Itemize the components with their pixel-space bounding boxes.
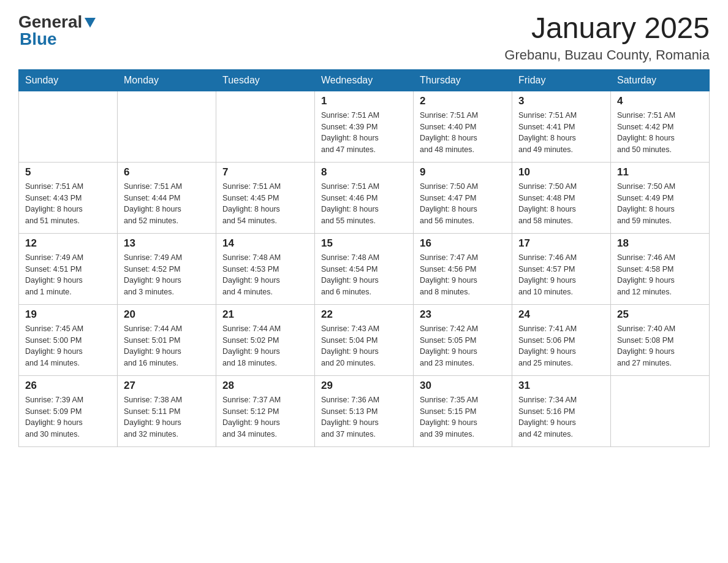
weekday-header-wednesday: Wednesday bbox=[315, 69, 414, 91]
day-info: Sunrise: 7:51 AM Sunset: 4:44 PM Dayligh… bbox=[124, 181, 210, 227]
day-info: Sunrise: 7:49 AM Sunset: 4:51 PM Dayligh… bbox=[25, 252, 111, 298]
calendar-cell: 19Sunrise: 7:45 AM Sunset: 5:00 PM Dayli… bbox=[19, 304, 118, 375]
calendar-cell: 17Sunrise: 7:46 AM Sunset: 4:57 PM Dayli… bbox=[512, 233, 611, 304]
day-number: 29 bbox=[321, 380, 407, 392]
day-number: 31 bbox=[518, 380, 604, 392]
day-number: 2 bbox=[420, 95, 506, 107]
day-number: 25 bbox=[617, 308, 703, 321]
weekday-header-sunday: Sunday bbox=[19, 69, 118, 91]
day-number: 23 bbox=[420, 308, 506, 321]
calendar-cell: 23Sunrise: 7:42 AM Sunset: 5:05 PM Dayli… bbox=[414, 304, 512, 375]
weekday-header-thursday: Thursday bbox=[414, 69, 512, 91]
day-info: Sunrise: 7:50 AM Sunset: 4:48 PM Dayligh… bbox=[518, 181, 604, 227]
month-title: January 2025 bbox=[504, 12, 710, 45]
weekday-header-saturday: Saturday bbox=[611, 69, 710, 91]
calendar-cell bbox=[216, 91, 315, 162]
day-info: Sunrise: 7:51 AM Sunset: 4:39 PM Dayligh… bbox=[321, 110, 407, 156]
day-number: 17 bbox=[518, 237, 604, 250]
day-number: 1 bbox=[321, 95, 407, 107]
calendar-cell: 11Sunrise: 7:50 AM Sunset: 4:49 PM Dayli… bbox=[611, 162, 710, 233]
calendar-cell: 2Sunrise: 7:51 AM Sunset: 4:40 PM Daylig… bbox=[414, 91, 512, 162]
day-info: Sunrise: 7:48 AM Sunset: 4:53 PM Dayligh… bbox=[222, 252, 308, 298]
logo-triangle-icon bbox=[83, 15, 97, 29]
calendar-cell bbox=[19, 91, 118, 162]
calendar-cell: 24Sunrise: 7:41 AM Sunset: 5:06 PM Dayli… bbox=[512, 304, 611, 375]
day-info: Sunrise: 7:51 AM Sunset: 4:46 PM Dayligh… bbox=[321, 181, 407, 227]
day-number: 15 bbox=[321, 237, 407, 250]
weekday-header-friday: Friday bbox=[512, 69, 611, 91]
day-info: Sunrise: 7:51 AM Sunset: 4:40 PM Dayligh… bbox=[420, 110, 506, 156]
calendar-cell: 31Sunrise: 7:34 AM Sunset: 5:16 PM Dayli… bbox=[512, 375, 611, 446]
day-number: 14 bbox=[222, 237, 308, 250]
calendar-cell: 9Sunrise: 7:50 AM Sunset: 4:47 PM Daylig… bbox=[414, 162, 512, 233]
day-info: Sunrise: 7:51 AM Sunset: 4:41 PM Dayligh… bbox=[518, 110, 604, 156]
location-title: Grebanu, Buzau County, Romania bbox=[504, 47, 710, 63]
calendar-cell: 25Sunrise: 7:40 AM Sunset: 5:08 PM Dayli… bbox=[611, 304, 710, 375]
calendar-cell: 30Sunrise: 7:35 AM Sunset: 5:15 PM Dayli… bbox=[414, 375, 512, 446]
calendar-cell bbox=[118, 91, 216, 162]
svg-marker-0 bbox=[85, 18, 96, 28]
calendar-cell: 4Sunrise: 7:51 AM Sunset: 4:42 PM Daylig… bbox=[611, 91, 710, 162]
calendar-cell: 21Sunrise: 7:44 AM Sunset: 5:02 PM Dayli… bbox=[216, 304, 315, 375]
calendar-cell: 8Sunrise: 7:51 AM Sunset: 4:46 PM Daylig… bbox=[315, 162, 414, 233]
calendar-week-row: 5Sunrise: 7:51 AM Sunset: 4:43 PM Daylig… bbox=[19, 162, 710, 233]
day-number: 3 bbox=[518, 95, 604, 107]
page-header: General Blue January 2025 Grebanu, Buzau… bbox=[18, 12, 710, 63]
logo-blue-text: Blue bbox=[20, 29, 57, 49]
calendar-cell: 27Sunrise: 7:38 AM Sunset: 5:11 PM Dayli… bbox=[118, 375, 216, 446]
calendar-week-row: 12Sunrise: 7:49 AM Sunset: 4:51 PM Dayli… bbox=[19, 233, 710, 304]
calendar-cell: 5Sunrise: 7:51 AM Sunset: 4:43 PM Daylig… bbox=[19, 162, 118, 233]
day-number: 21 bbox=[222, 308, 308, 321]
day-number: 8 bbox=[321, 166, 407, 178]
calendar-cell: 29Sunrise: 7:36 AM Sunset: 5:13 PM Dayli… bbox=[315, 375, 414, 446]
day-info: Sunrise: 7:40 AM Sunset: 5:08 PM Dayligh… bbox=[617, 323, 703, 369]
calendar-cell: 13Sunrise: 7:49 AM Sunset: 4:52 PM Dayli… bbox=[118, 233, 216, 304]
day-info: Sunrise: 7:51 AM Sunset: 4:42 PM Dayligh… bbox=[617, 110, 703, 156]
day-number: 5 bbox=[25, 166, 111, 178]
calendar-cell: 6Sunrise: 7:51 AM Sunset: 4:44 PM Daylig… bbox=[118, 162, 216, 233]
weekday-header-row: SundayMondayTuesdayWednesdayThursdayFrid… bbox=[19, 69, 710, 91]
calendar-cell: 20Sunrise: 7:44 AM Sunset: 5:01 PM Dayli… bbox=[118, 304, 216, 375]
day-number: 18 bbox=[617, 237, 703, 250]
day-info: Sunrise: 7:45 AM Sunset: 5:00 PM Dayligh… bbox=[25, 323, 111, 369]
day-number: 7 bbox=[222, 166, 308, 178]
calendar-cell: 3Sunrise: 7:51 AM Sunset: 4:41 PM Daylig… bbox=[512, 91, 611, 162]
day-info: Sunrise: 7:37 AM Sunset: 5:12 PM Dayligh… bbox=[222, 394, 308, 440]
day-number: 20 bbox=[124, 308, 210, 321]
day-info: Sunrise: 7:46 AM Sunset: 4:58 PM Dayligh… bbox=[617, 252, 703, 298]
weekday-header-monday: Monday bbox=[118, 69, 216, 91]
calendar-cell: 14Sunrise: 7:48 AM Sunset: 4:53 PM Dayli… bbox=[216, 233, 315, 304]
calendar-cell: 18Sunrise: 7:46 AM Sunset: 4:58 PM Dayli… bbox=[611, 233, 710, 304]
calendar-week-row: 1Sunrise: 7:51 AM Sunset: 4:39 PM Daylig… bbox=[19, 91, 710, 162]
day-info: Sunrise: 7:44 AM Sunset: 5:02 PM Dayligh… bbox=[222, 323, 308, 369]
day-info: Sunrise: 7:48 AM Sunset: 4:54 PM Dayligh… bbox=[321, 252, 407, 298]
day-number: 19 bbox=[25, 308, 111, 321]
day-number: 13 bbox=[124, 237, 210, 250]
day-number: 12 bbox=[25, 237, 111, 250]
day-info: Sunrise: 7:50 AM Sunset: 4:47 PM Dayligh… bbox=[420, 181, 506, 227]
calendar-table: SundayMondayTuesdayWednesdayThursdayFrid… bbox=[18, 69, 710, 447]
weekday-header-tuesday: Tuesday bbox=[216, 69, 315, 91]
day-info: Sunrise: 7:51 AM Sunset: 4:45 PM Dayligh… bbox=[222, 181, 308, 227]
day-number: 28 bbox=[222, 380, 308, 392]
calendar-cell bbox=[611, 375, 710, 446]
day-number: 11 bbox=[617, 166, 703, 178]
day-number: 30 bbox=[420, 380, 506, 392]
calendar-cell: 26Sunrise: 7:39 AM Sunset: 5:09 PM Dayli… bbox=[19, 375, 118, 446]
calendar-cell: 10Sunrise: 7:50 AM Sunset: 4:48 PM Dayli… bbox=[512, 162, 611, 233]
logo: General Blue bbox=[18, 12, 97, 49]
day-info: Sunrise: 7:43 AM Sunset: 5:04 PM Dayligh… bbox=[321, 323, 407, 369]
day-number: 6 bbox=[124, 166, 210, 178]
day-info: Sunrise: 7:34 AM Sunset: 5:16 PM Dayligh… bbox=[518, 394, 604, 440]
day-info: Sunrise: 7:50 AM Sunset: 4:49 PM Dayligh… bbox=[617, 181, 703, 227]
calendar-cell: 22Sunrise: 7:43 AM Sunset: 5:04 PM Dayli… bbox=[315, 304, 414, 375]
day-info: Sunrise: 7:49 AM Sunset: 4:52 PM Dayligh… bbox=[124, 252, 210, 298]
day-number: 26 bbox=[25, 380, 111, 392]
calendar-cell: 1Sunrise: 7:51 AM Sunset: 4:39 PM Daylig… bbox=[315, 91, 414, 162]
day-info: Sunrise: 7:42 AM Sunset: 5:05 PM Dayligh… bbox=[420, 323, 506, 369]
day-number: 24 bbox=[518, 308, 604, 321]
day-info: Sunrise: 7:35 AM Sunset: 5:15 PM Dayligh… bbox=[420, 394, 506, 440]
day-number: 27 bbox=[124, 380, 210, 392]
calendar-cell: 16Sunrise: 7:47 AM Sunset: 4:56 PM Dayli… bbox=[414, 233, 512, 304]
title-section: January 2025 Grebanu, Buzau County, Roma… bbox=[504, 12, 710, 63]
